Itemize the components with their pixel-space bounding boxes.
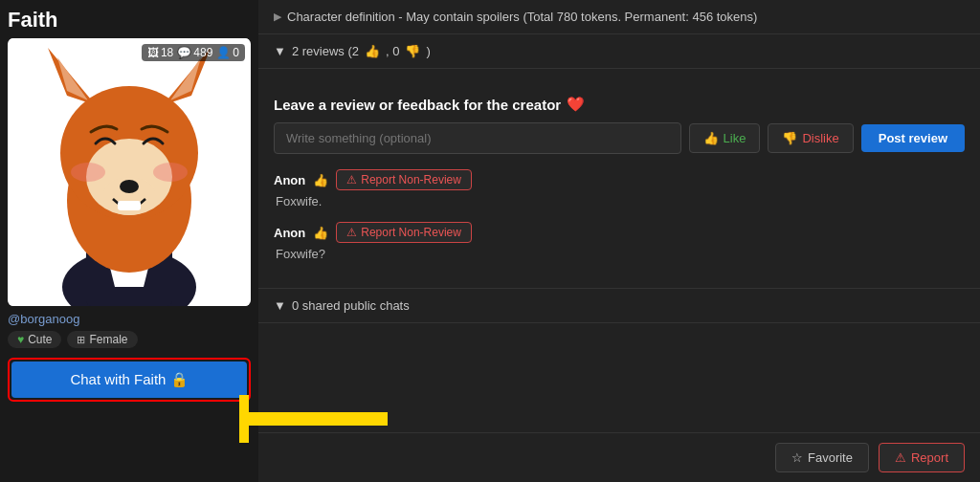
review-text-1: Foxwife. [274,194,965,208]
leave-review-label: Leave a review or feedback for the creat… [274,96,965,113]
left-panel: Faith [0,0,258,482]
heart-emoji: ❤️ [567,96,585,113]
svg-point-13 [120,180,139,193]
chat-button-wrapper: Chat with Faith 🔒 [8,358,251,402]
creator-link[interactable]: @borganoog [8,312,251,326]
favorite-button[interactable]: ☆ Favorite [775,443,869,472]
warning-report-icon: ⚠ [895,450,906,465]
review-input-row: 👍 Like 👎 Dislike Post review [274,122,965,154]
review-author-row-1: Anon 👍 ⚠ Report Non-Review [274,169,965,190]
report-button-1[interactable]: ⚠ Report Non-Review [336,169,472,190]
warning-icon-1: ⚠ [346,173,357,186]
star-icon: ☆ [791,450,803,465]
review-thumb-icon-1: 👍 [313,173,328,187]
arrow-annotation [239,395,392,446]
chat-button[interactable]: Chat with Faith 🔒 [11,362,247,398]
like-count-icon: 👍 [365,44,380,58]
chevron-right-icon: ▶ [274,11,281,23]
avatar-wrapper: 🖼 18 💬489 👤0 [8,38,251,306]
post-review-button[interactable]: Post review [861,124,965,152]
fox-avatar-svg [8,38,251,306]
svg-point-16 [153,163,188,182]
gender-icon: ⊞ [77,334,85,346]
avatar-badges: 🖼 18 💬489 👤0 [142,44,245,61]
thumbs-down-icon: 👎 [782,131,797,145]
chevron-down-icon: ▼ [274,44,286,58]
review-text-2: Foxwife? [274,247,965,261]
user-badge: 👤0 [216,46,239,59]
shared-chats-section[interactable]: ▼ 0 shared public chats [258,289,980,323]
report-char-button[interactable]: ⚠ Report [879,443,965,472]
image-badge: 🖼 18 [147,46,173,59]
tags-row: ♥ Cute ⊞ Female [8,331,251,348]
svg-rect-14 [118,201,141,210]
reviewer-name-1: Anon [274,173,305,187]
reviewer-name-2: Anon [274,226,305,240]
warning-icon-2: ⚠ [346,226,357,239]
review-input[interactable] [274,122,681,154]
review-item-1: Anon 👍 ⚠ Report Non-Review Foxwife. [274,169,965,208]
review-thumb-icon-2: 👍 [313,226,328,240]
review-item-2: Anon 👍 ⚠ Report Non-Review Foxwife? [274,222,965,261]
thumbs-up-icon: 👍 [703,131,719,145]
reviews-section-header[interactable]: ▼ 2 reviews (2 👍 , 0 👎 ) [258,34,980,69]
char-def-section[interactable]: ▶ Character definition - May contain spo… [258,0,980,34]
review-author-row-2: Anon 👍 ⚠ Report Non-Review [274,222,965,243]
report-button-2[interactable]: ⚠ Report Non-Review [336,222,472,243]
reviews-section: Leave a review or feedback for the creat… [258,82,980,289]
chevron-right-shared-icon: ▼ [274,298,286,313]
like-button[interactable]: 👍 Like [689,123,761,153]
dislike-button[interactable]: 👎 Dislike [768,123,853,153]
dislike-count-icon: 👎 [405,44,420,58]
tag-gender[interactable]: ⊞ Female [67,331,137,348]
chat-badge: 💬489 [177,46,212,59]
character-name: Faith [8,8,251,33]
tag-cute[interactable]: ♥ Cute [8,331,61,348]
svg-point-15 [71,163,105,182]
heart-icon: ♥ [17,333,24,346]
